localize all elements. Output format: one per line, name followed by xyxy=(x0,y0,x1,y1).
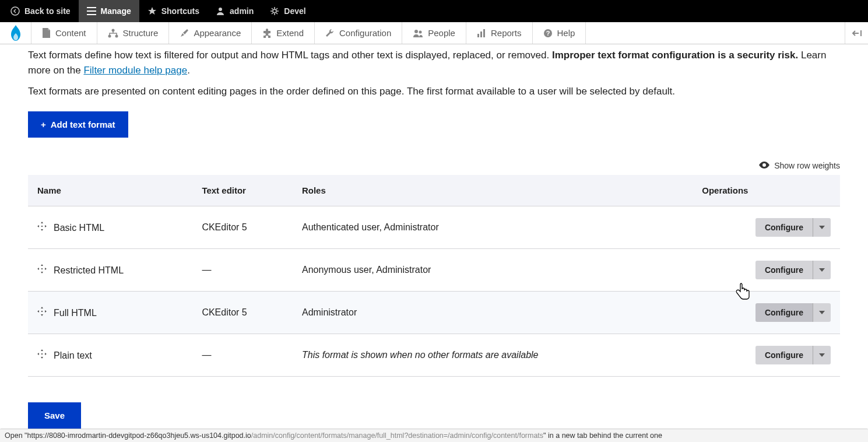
bar-chart-icon xyxy=(477,29,486,38)
main-content: Text formats define how text is filtered… xyxy=(0,44,868,440)
wrench-icon xyxy=(325,29,335,38)
menu-appearance[interactable]: Appearance xyxy=(169,22,252,44)
format-roles: This format is shown when no other forma… xyxy=(293,334,693,377)
menu-appearance-label: Appearance xyxy=(194,28,241,38)
toolbar-top: Back to site Manage Shortcuts admin Deve… xyxy=(0,0,868,22)
svg-rect-8 xyxy=(477,34,479,37)
eye-icon xyxy=(759,161,769,170)
format-editor: CKEditor 5 xyxy=(192,206,293,249)
menu-people-label: People xyxy=(428,28,455,38)
menu-people[interactable]: People xyxy=(402,22,466,44)
puzzle-icon xyxy=(262,29,272,38)
menu-help[interactable]: ? Help xyxy=(533,22,586,44)
save-button[interactable]: Save xyxy=(28,402,81,429)
paintbrush-icon xyxy=(180,29,189,38)
show-row-weights-toggle[interactable]: Show row weights xyxy=(28,161,840,170)
hamburger-icon xyxy=(87,7,96,15)
back-arrow-icon xyxy=(10,6,20,16)
operations-dropdown-toggle[interactable] xyxy=(813,303,831,322)
drag-handle-icon[interactable] xyxy=(37,222,47,231)
svg-text:?: ? xyxy=(546,30,550,37)
status-bar: Open "https://8080-imrodmartin-ddevgitpo… xyxy=(0,429,868,440)
devel-label: Devel xyxy=(284,6,305,16)
gear-icon xyxy=(270,6,279,16)
table-row: Full HTMLCKEditor 5AdministratorConfigur… xyxy=(28,292,840,334)
svg-point-6 xyxy=(414,30,418,33)
configure-button[interactable]: Configure xyxy=(755,346,813,364)
admin-user-button[interactable]: admin xyxy=(208,0,262,22)
operations-dropdown-toggle[interactable] xyxy=(813,346,831,364)
hierarchy-icon xyxy=(108,29,118,38)
status-post: " in a new tab behind the current one xyxy=(543,432,662,440)
admin-menu: Content Structure Appearance Extend Conf… xyxy=(0,22,868,44)
table-row: Basic HTMLCKEditor 5Authenticated user, … xyxy=(28,206,840,249)
admin-user-label: admin xyxy=(230,6,254,16)
back-to-site-button[interactable]: Back to site xyxy=(2,0,79,22)
menu-reports-label: Reports xyxy=(491,28,522,38)
chevron-down-icon xyxy=(819,311,825,314)
menu-reports[interactable]: Reports xyxy=(466,22,533,44)
drupal-logo[interactable] xyxy=(0,22,31,44)
configure-button[interactable]: Configure xyxy=(755,303,813,322)
format-roles: Anonymous user, Administrator xyxy=(293,249,693,292)
format-editor: — xyxy=(192,334,293,377)
operations-dropdown-toggle[interactable] xyxy=(813,261,831,279)
format-name: Plain text xyxy=(54,350,92,360)
format-editor: CKEditor 5 xyxy=(192,292,293,334)
manage-button[interactable]: Manage xyxy=(79,0,139,22)
intro-part1: Text formats define how text is filtered… xyxy=(28,50,552,61)
format-name: Basic HTML xyxy=(54,223,104,233)
status-host: https://8080-imrodmartin-ddevgitpod-z66q… xyxy=(27,432,251,440)
format-name: Full HTML xyxy=(54,308,97,318)
menu-structure-label: Structure xyxy=(123,28,159,38)
svg-point-3 xyxy=(111,29,114,31)
menu-configuration-label: Configuration xyxy=(339,28,391,38)
operations-dropdown-toggle[interactable] xyxy=(813,218,831,237)
svg-point-2 xyxy=(273,9,276,13)
star-icon xyxy=(147,6,157,16)
menu-content[interactable]: Content xyxy=(31,22,97,44)
intro-part3: . xyxy=(187,65,190,76)
drag-handle-icon[interactable] xyxy=(37,264,47,273)
menu-content-label: Content xyxy=(55,28,86,38)
devel-button[interactable]: Devel xyxy=(262,0,314,22)
svg-point-4 xyxy=(108,34,111,37)
table-row: Plain text—This format is shown when no … xyxy=(28,334,840,377)
file-icon xyxy=(42,28,51,38)
user-icon xyxy=(216,6,225,16)
help-icon: ? xyxy=(543,29,553,38)
menu-help-label: Help xyxy=(557,28,575,38)
svg-rect-9 xyxy=(480,31,482,37)
menu-extend[interactable]: Extend xyxy=(252,22,315,44)
chevron-down-icon xyxy=(819,353,825,357)
svg-rect-10 xyxy=(483,29,485,37)
add-text-format-button[interactable]: Add text format xyxy=(28,111,128,138)
shortcuts-button[interactable]: Shortcuts xyxy=(139,0,208,22)
intro-strong: Improper text format configuration is a … xyxy=(552,50,798,61)
col-roles: Roles xyxy=(293,175,693,206)
format-roles: Administrator xyxy=(293,292,693,334)
col-name: Name xyxy=(28,175,192,206)
format-name: Restricted HTML xyxy=(54,265,124,275)
col-ops: Operations xyxy=(693,175,840,206)
configure-button[interactable]: Configure xyxy=(755,218,813,237)
show-row-weights-label: Show row weights xyxy=(774,161,840,170)
drag-handle-icon[interactable] xyxy=(37,349,47,359)
menu-configuration[interactable]: Configuration xyxy=(315,22,402,44)
add-text-format-label: Add text format xyxy=(51,120,115,129)
shortcuts-label: Shortcuts xyxy=(161,6,199,16)
svg-point-5 xyxy=(115,34,118,37)
status-pre: Open " xyxy=(5,432,27,440)
formats-table: Name Text editor Roles Operations Basic … xyxy=(28,175,840,377)
collapse-menu-button[interactable] xyxy=(845,22,868,44)
filter-help-link[interactable]: Filter module help page xyxy=(83,65,187,76)
second-paragraph: Text formats are presented on content ed… xyxy=(28,86,840,97)
configure-button[interactable]: Configure xyxy=(755,261,813,279)
chevron-down-icon xyxy=(819,226,825,229)
people-icon xyxy=(413,29,423,38)
drag-handle-icon[interactable] xyxy=(37,307,47,316)
manage-label: Manage xyxy=(101,6,131,16)
menu-extend-label: Extend xyxy=(276,28,304,38)
chevron-down-icon xyxy=(819,268,825,272)
menu-structure[interactable]: Structure xyxy=(97,22,170,44)
